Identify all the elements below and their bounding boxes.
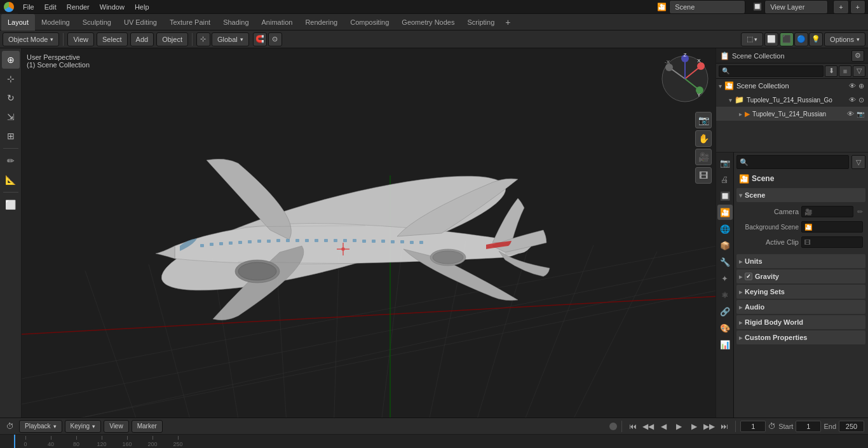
mode-selector[interactable]: Object Mode ▾ xyxy=(3,32,59,46)
transform-tool[interactable]: ⊞ xyxy=(2,127,20,145)
menu-file[interactable]: File xyxy=(18,0,39,14)
eye-icon-3[interactable]: 👁 xyxy=(847,110,854,118)
next-frame-btn[interactable]: ▶ xyxy=(688,420,700,433)
material-view-btn[interactable]: 🔵 xyxy=(794,32,808,46)
keying-sets-section-toggle[interactable]: ▸ Keying Sets xyxy=(736,285,865,299)
tab-geometry-nodes[interactable]: Geometry Nodes xyxy=(395,14,461,31)
rigid-body-section-toggle[interactable]: ▸ Rigid Body World xyxy=(736,315,865,329)
outliner-view-toggle[interactable]: ≡ xyxy=(839,65,851,77)
outliner-filter-btn[interactable]: ⚙ xyxy=(851,50,864,62)
gravity-checkbox[interactable]: ✓ xyxy=(745,273,752,280)
select-icon[interactable]: ⊙ xyxy=(858,96,864,104)
audio-section-toggle[interactable]: ▸ Audio xyxy=(736,300,865,314)
tab-scripting[interactable]: Scripting xyxy=(461,14,501,31)
view-layer-props-icon[interactable]: 🔲 xyxy=(717,188,733,203)
cursor-icon[interactable]: ⊕ xyxy=(858,82,864,90)
object-menu[interactable]: Object xyxy=(156,32,188,46)
add-workspace-btn[interactable]: + xyxy=(501,15,515,29)
render-props-icon[interactable]: 📷 xyxy=(717,155,733,170)
tab-layout[interactable]: Layout xyxy=(1,14,35,31)
keying-menu[interactable]: Keying ▾ xyxy=(65,420,102,433)
view-layer-selector[interactable]: View Layer xyxy=(764,0,828,14)
menu-render[interactable]: Render xyxy=(62,0,95,14)
tab-rendering[interactable]: Rendering xyxy=(299,14,344,31)
play-btn[interactable]: ▶ xyxy=(672,420,685,433)
3d-viewport[interactable]: User Perspective (1) Scene Collection X … xyxy=(22,48,715,417)
tab-texture-paint[interactable]: Texture Paint xyxy=(163,14,217,31)
camera-value[interactable]: 🎥 xyxy=(801,206,853,217)
new-view-layer-btn[interactable]: + xyxy=(850,0,865,14)
transform-icon-btn[interactable]: ⊹ xyxy=(196,32,210,46)
units-section-toggle[interactable]: ▸ Units xyxy=(736,254,865,268)
outliner-sort-btn[interactable]: ⬇ xyxy=(825,65,837,77)
tab-sculpting[interactable]: Sculpting xyxy=(76,14,118,31)
xray-btn[interactable]: ⬜ xyxy=(764,32,778,46)
active-clip-value[interactable]: 🎞 xyxy=(801,236,863,248)
solid-view-btn[interactable]: ⬛ xyxy=(780,32,794,46)
snap-magnet-btn[interactable]: 🧲 xyxy=(253,32,267,46)
menu-edit[interactable]: Edit xyxy=(39,0,62,14)
scene-section-toggle[interactable]: ▾ Scene xyxy=(736,188,865,202)
marker-menu[interactable]: Marker xyxy=(132,420,163,433)
cursor-tool[interactable]: ⊕ xyxy=(2,51,20,69)
move-tool[interactable]: ⊹ xyxy=(2,70,20,88)
modifier-props-icon[interactable]: 🔧 xyxy=(717,254,733,269)
jump-forward-btn[interactable]: ▶▶ xyxy=(703,420,715,433)
outliner-item-tupolev-object[interactable]: ▸ ▶ Tupolev_Tu_214_Russian 👁 📷 xyxy=(716,107,868,121)
timeline-type-icon[interactable]: ⏱ xyxy=(4,420,17,433)
measure-tool[interactable]: 📐 xyxy=(2,171,20,189)
select-menu[interactable]: Select xyxy=(97,32,128,46)
proportional-btn[interactable]: ⊙ xyxy=(268,32,282,46)
start-frame-input[interactable] xyxy=(796,421,821,432)
constraint-props-icon[interactable]: 🔗 xyxy=(717,304,733,319)
physics-props-icon[interactable]: ⚛ xyxy=(717,287,733,302)
tab-uv-editing[interactable]: UV Editing xyxy=(118,14,163,31)
new-scene-btn[interactable]: + xyxy=(833,0,848,14)
prev-frame-btn[interactable]: ◀ xyxy=(657,420,670,433)
overlay-btn[interactable]: ⬚ ▾ xyxy=(741,32,763,46)
rotate-tool[interactable]: ↻ xyxy=(2,89,20,107)
scene-selector[interactable]: Scene xyxy=(669,0,745,14)
tab-compositing[interactable]: Compositing xyxy=(344,14,395,31)
jump-to-start-btn[interactable]: ⏮ xyxy=(627,420,639,433)
transform-selector[interactable]: Global ▾ xyxy=(212,32,249,46)
outliner-item-tupolev-collection[interactable]: ▾ 📁 Tupolev_Tu_214_Russian_Go 👁 ⊙ xyxy=(716,93,868,107)
render-view-btn[interactable]: 💡 xyxy=(809,32,823,46)
options-btn[interactable]: Options ▾ xyxy=(824,32,865,46)
playback-menu[interactable]: Playback ▾ xyxy=(19,420,62,433)
add-object-tool[interactable]: ⬜ xyxy=(2,196,20,214)
particles-props-icon[interactable]: ✦ xyxy=(717,271,733,286)
output-props-icon[interactable]: 🖨 xyxy=(717,172,733,187)
menu-window[interactable]: Window xyxy=(95,0,130,14)
blender-logo[interactable] xyxy=(0,0,18,14)
data-props-icon[interactable]: 📊 xyxy=(717,337,733,352)
gravity-section-toggle[interactable]: ▸ ✓ Gravity xyxy=(736,269,865,283)
timeline-ruler[interactable]: 0 40 80 120 160 200 xyxy=(0,435,868,448)
material-props-icon[interactable]: 🎨 xyxy=(717,320,733,336)
background-scene-value[interactable]: 🎦 xyxy=(801,221,863,233)
eye-icon[interactable]: 👁 xyxy=(849,82,856,90)
outliner-item-scene-collection[interactable]: ▾ 🎦 Scene Collection 👁 ⊕ xyxy=(716,79,868,93)
eye-icon-2[interactable]: 👁 xyxy=(849,96,856,104)
jump-back-btn[interactable]: ◀◀ xyxy=(642,420,654,433)
timeline-view-menu[interactable]: View xyxy=(104,420,129,433)
custom-props-section-toggle[interactable]: ▸ Custom Properties xyxy=(736,330,865,344)
props-filter-btn[interactable]: ▽ xyxy=(851,155,865,169)
view-menu[interactable]: View xyxy=(67,32,94,46)
annotate-tool[interactable]: ✏ xyxy=(2,152,20,170)
add-menu[interactable]: Add xyxy=(130,32,154,46)
render-hide-icon[interactable]: 📷 xyxy=(857,111,864,118)
scene-props-icon[interactable]: 🎦 xyxy=(717,205,733,220)
world-props-icon[interactable]: 🌐 xyxy=(717,221,733,236)
current-frame-input[interactable] xyxy=(740,421,766,432)
tab-animation[interactable]: Animation xyxy=(255,14,299,31)
scale-tool[interactable]: ⇲ xyxy=(2,108,20,126)
jump-to-end-btn[interactable]: ⏭ xyxy=(718,420,731,433)
camera-edit-icon[interactable]: ✏ xyxy=(857,208,863,216)
outliner-search[interactable] xyxy=(719,65,824,77)
record-btn[interactable] xyxy=(609,423,617,430)
object-props-icon[interactable]: 📦 xyxy=(717,238,733,253)
tab-modeling[interactable]: Modeling xyxy=(35,14,76,31)
tab-shading[interactable]: Shading xyxy=(217,14,255,31)
end-frame-input[interactable] xyxy=(839,421,864,432)
